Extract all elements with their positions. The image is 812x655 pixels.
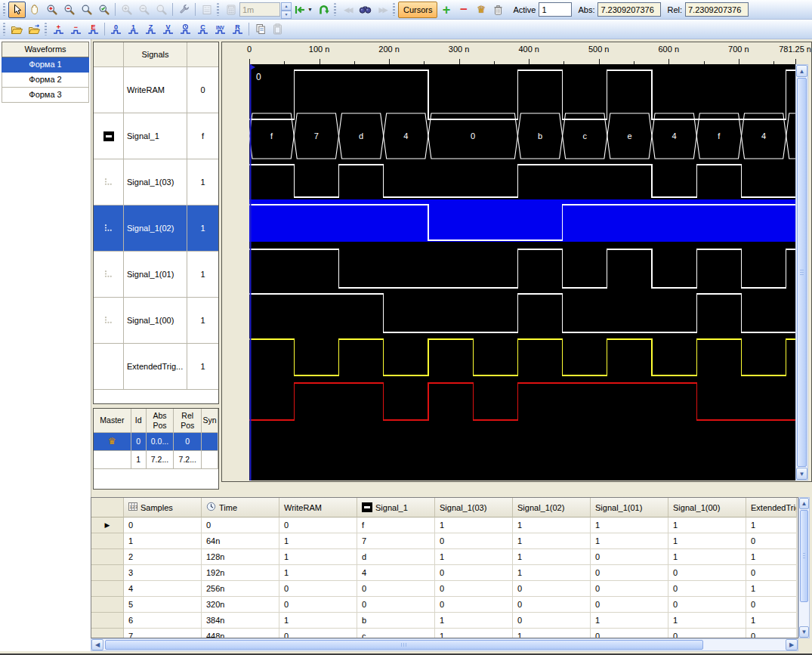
table-cell[interactable]: 1 [746, 518, 797, 533]
cursor-id-cell[interactable]: 0 [131, 433, 147, 451]
table-col-header-extendedtrigge[interactable]: ExtendedTrigge [746, 498, 797, 518]
table-cell[interactable]: 0 [591, 597, 668, 613]
table-cell[interactable]: 0 [746, 597, 797, 613]
table-row-7[interactable]: 7448n0c11000 [91, 629, 798, 638]
table-cell[interactable]: 0 [668, 581, 746, 597]
table-cell[interactable]: 1 [279, 613, 357, 629]
table-cell[interactable]: 0 [513, 581, 591, 597]
table-cell[interactable]: 0 [746, 629, 797, 638]
row-selector-cell[interactable] [91, 597, 124, 613]
signal-row-signal_1-03-[interactable]: Signal_1(03)1 [94, 159, 218, 205]
table-cell[interactable]: 1 [591, 533, 668, 549]
add-cursor-button[interactable]: + [437, 2, 455, 18]
table-cell[interactable]: 1 [279, 565, 357, 581]
cursor-abs-cell[interactable]: 7.2... [147, 451, 174, 469]
table-cell[interactable]: 0 [279, 597, 357, 613]
bus-collapse-icon[interactable] [103, 131, 114, 141]
horizontal-scroll-thumb[interactable] [105, 640, 703, 650]
import-waveform-button[interactable] [26, 21, 43, 38]
table-cell[interactable]: 0 [746, 533, 797, 549]
zoom-out-tool[interactable] [60, 2, 78, 18]
table-cell[interactable]: 0 [668, 565, 746, 581]
cursor-sync-cell[interactable] [202, 433, 218, 451]
cursor-row-0[interactable]: ♛00.0...0 [94, 433, 218, 451]
table-row-4[interactable]: 4256n0000001 [91, 581, 798, 597]
signal-name[interactable]: Signal_1(01) [124, 252, 187, 297]
signal-name[interactable]: Signal_1(03) [124, 159, 187, 205]
wave-trace-writeram[interactable] [249, 70, 795, 119]
table-cell[interactable]: 0 [435, 565, 513, 581]
signals-value-column-header[interactable] [187, 42, 218, 66]
table-cell[interactable]: 0 [746, 565, 797, 581]
table-cell[interactable]: 1 [435, 613, 513, 629]
signal-row-signal_1[interactable]: Signal_1f [94, 113, 218, 159]
table-cell[interactable]: 0 [279, 518, 357, 533]
interval-input-spinner[interactable]: ▲▼ [281, 2, 292, 17]
row-selector-cell[interactable] [91, 565, 124, 581]
table-cell[interactable]: 192n [202, 565, 279, 581]
signal-row-signal_1-02-[interactable]: Signal_1(02)1 [94, 205, 218, 252]
scroll-up-button[interactable]: ▲ [796, 65, 807, 77]
table-cell[interactable]: 1 [513, 533, 591, 549]
table-cell[interactable]: 1 [668, 549, 746, 565]
stimulus-inv-button[interactable]: INV [211, 21, 229, 38]
zoom-fit-tool[interactable] [95, 2, 113, 18]
table-cell[interactable]: 2 [124, 549, 202, 565]
abs-input[interactable] [597, 2, 661, 17]
stimulus-v-button[interactable]: V [159, 21, 177, 38]
remove-signal-button[interactable]: − [67, 21, 85, 38]
table-cell[interactable]: 1 [746, 613, 797, 629]
cursor-col-header-abs-pos[interactable]: Abs Pos [147, 409, 174, 433]
cursor-row-1[interactable]: 17.2...7.2... [94, 451, 218, 469]
table-cell[interactable]: 0 [513, 597, 591, 613]
table-col-header-samples[interactable]: 123Samples [124, 498, 202, 518]
cursor-master-cell[interactable]: ♛ [94, 433, 131, 451]
cursors-toggle[interactable]: Cursors [398, 2, 438, 18]
table-cell[interactable]: 384n [202, 613, 279, 629]
table-cell[interactable]: 0 [279, 581, 357, 597]
waveform-scroll-thumb[interactable] [797, 78, 807, 467]
table-cell[interactable]: 1 [435, 518, 513, 533]
table-cell[interactable]: 0 [591, 549, 668, 565]
table-cell[interactable]: 0 [435, 533, 513, 549]
signal-name[interactable]: WriteRAM [124, 67, 187, 113]
table-col-header-signal_1-03-[interactable]: Signal_1(03) [435, 498, 513, 518]
copy-button[interactable] [252, 21, 269, 38]
cursor-abs-cell[interactable]: 0.0... [147, 433, 174, 451]
row-selector-cell[interactable] [91, 613, 124, 629]
master-cursor-button[interactable]: ♛ [472, 2, 489, 18]
signal-name[interactable]: Signal_1(02) [124, 205, 187, 251]
interval-input[interactable] [239, 2, 280, 17]
zoom-tool[interactable] [78, 2, 95, 18]
table-cell[interactable]: 1 [591, 613, 668, 629]
table-cell[interactable]: 0 [591, 565, 668, 581]
wave-trace-signal_1-03-[interactable] [249, 165, 795, 197]
table-row-6[interactable]: 6384n1b10111 [91, 613, 798, 629]
cursor-col-header-rel-pos[interactable]: Rel Pos [174, 409, 202, 433]
stimulus-0-button[interactable]: 0 [107, 21, 125, 38]
table-cell[interactable]: 0 [202, 518, 279, 533]
select-tool[interactable] [8, 2, 26, 18]
cursor-master-cell[interactable] [94, 451, 131, 469]
table-cell[interactable]: 128n [202, 549, 279, 565]
signal-name[interactable]: Signal_1 [124, 113, 187, 159]
search-button[interactable] [357, 2, 374, 18]
cursor-rel-cell[interactable]: 7.2... [174, 451, 202, 469]
table-cell[interactable]: 7 [357, 533, 435, 549]
table-col-header-writeram[interactable]: WriteRAM [279, 498, 357, 518]
row-selector-cell[interactable] [91, 549, 124, 565]
sidebar-item-3[interactable]: Форма 3 [2, 88, 89, 103]
table-cell[interactable]: 0 [279, 629, 357, 638]
table-col-header-signal_1[interactable]: Signal_1 [357, 498, 435, 518]
table-scroll-thumb[interactable] [800, 510, 808, 602]
active-input[interactable] [539, 2, 572, 17]
signal-row-signal_1-00-[interactable]: Signal_1(00)1 [94, 298, 218, 344]
table-cell[interactable]: 0 [435, 597, 513, 613]
options-wrench[interactable] [175, 2, 193, 18]
zoom-in-tool[interactable] [43, 2, 60, 18]
table-row-2[interactable]: 2128n1d11011 [91, 549, 798, 565]
scroll-left-button[interactable]: ◀ [91, 639, 103, 650]
table-scroll-up-button[interactable]: ▲ [799, 498, 809, 509]
wave-trace-signal_1-00-[interactable] [249, 294, 795, 332]
table-cell[interactable]: 0 [668, 597, 746, 613]
